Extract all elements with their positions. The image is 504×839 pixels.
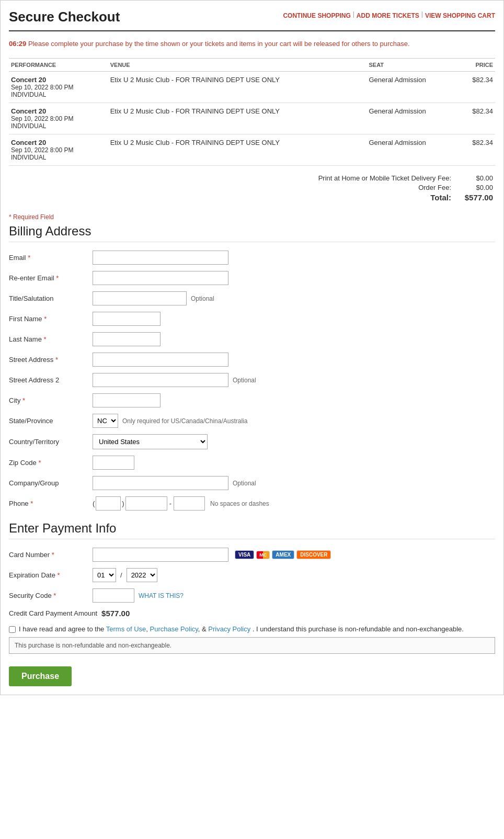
email-label: Email *	[9, 254, 93, 262]
re-email-field[interactable]	[93, 271, 228, 285]
city-field[interactable]	[93, 393, 161, 407]
title-optional: Optional	[191, 295, 214, 302]
expiry-year-select[interactable]: 202220232024202520262027	[127, 568, 157, 582]
delivery-fee-value: $0.00	[462, 174, 493, 182]
expiry-month-select[interactable]: 010203040506070809101112	[93, 568, 116, 582]
expiry-inputs: 010203040506070809101112 / 2022202320242…	[93, 568, 157, 582]
payment-section: Enter Payment Info Card Number * VISA MC…	[9, 521, 495, 686]
continue-shopping-link[interactable]: CONTINUE SHOPPING	[283, 12, 350, 19]
timer-notice: 06:29 Please complete your purchase by t…	[9, 37, 495, 51]
visa-icon: VISA	[235, 550, 254, 559]
mastercard-icon: MC	[256, 551, 270, 559]
expiry-label: Expiration Date *	[9, 571, 93, 579]
page-header: Secure Checkout CONTINUE SHOPPING | ADD …	[9, 9, 495, 31]
perf-type: INDIVIDUAL	[11, 91, 106, 98]
view-cart-link[interactable]: VIEW SHOPPING CART	[425, 12, 495, 19]
order-fee-label: Order Fee:	[418, 184, 451, 191]
timer-message: Please complete your purchase by the tim…	[28, 40, 410, 48]
page-title: Secure Checkout	[9, 9, 120, 25]
purchase-button[interactable]: Purchase	[9, 666, 72, 686]
agree-notice-box: This purchase is non-refundable and non-…	[9, 637, 495, 654]
email-group: Email *	[9, 251, 495, 265]
seat-cell: General Admission	[367, 103, 458, 134]
nav-separator-1: |	[353, 10, 354, 18]
billing-heading: Billing Address	[9, 224, 495, 242]
lastname-field[interactable]	[93, 332, 161, 346]
firstname-field[interactable]	[93, 312, 161, 326]
security-code-field[interactable]	[93, 588, 134, 603]
perf-name: Concert 20	[11, 76, 106, 84]
perf-type: INDIVIDUAL	[11, 154, 106, 161]
phone-main-field[interactable]	[125, 496, 167, 511]
street1-label: Street Address *	[9, 356, 93, 364]
email-field[interactable]	[93, 251, 228, 265]
zip-group: Zip Code *	[9, 456, 495, 470]
lastname-label: Last Name *	[9, 335, 93, 343]
price-cell: $82.34	[458, 103, 495, 134]
perf-name: Concert 20	[11, 139, 106, 146]
cc-amount-row: Credit Card Payment Amount $577.00	[9, 609, 495, 618]
card-number-field[interactable]	[93, 548, 228, 562]
venue-cell: Etix U 2 Music Club - FOR TRAINING DEPT …	[108, 134, 367, 166]
col-performance: PERFORMANCE	[9, 59, 108, 72]
phone-group: Phone * ( ) - No spaces or dashes	[9, 496, 495, 511]
phone-inputs: ( ) - No spaces or dashes	[93, 496, 269, 511]
card-number-group: Card Number * VISA MC AMEX DISCOVER	[9, 548, 495, 562]
state-group: State/Province NC CA NY TX Only required…	[9, 414, 495, 428]
lastname-group: Last Name *	[9, 332, 495, 346]
table-row: Concert 20 Sep 10, 2022 8:00 PM INDIVIDU…	[9, 72, 495, 103]
payment-heading: Enter Payment Info	[9, 521, 495, 539]
firstname-group: First Name *	[9, 312, 495, 326]
table-row: Concert 20 Sep 10, 2022 8:00 PM INDIVIDU…	[9, 103, 495, 134]
venue-cell: Etix U 2 Music Club - FOR TRAINING DEPT …	[108, 72, 367, 103]
security-inputs: WHAT IS THIS?	[93, 588, 184, 603]
company-group: Company/Group Optional	[9, 476, 495, 490]
terms-link[interactable]: Terms of Use	[106, 625, 146, 633]
city-group: City *	[9, 393, 495, 407]
zip-field[interactable]	[93, 456, 134, 470]
add-more-tickets-link[interactable]: ADD MORE TICKETS	[357, 12, 419, 19]
country-select[interactable]: United StatesCanadaUnited KingdomAustral…	[93, 434, 208, 449]
title-label: Title/Salutation	[9, 294, 93, 302]
perf-name: Concert 20	[11, 107, 106, 115]
zip-label: Zip Code *	[9, 459, 93, 467]
what-is-this-link[interactable]: WHAT IS THIS?	[139, 592, 184, 599]
street2-field[interactable]	[93, 373, 228, 387]
timer-display: 06:29	[9, 40, 26, 48]
country-label: Country/Territory	[9, 438, 93, 446]
price-cell: $82.34	[458, 134, 495, 166]
company-optional: Optional	[233, 480, 256, 487]
privacy-policy-link[interactable]: Privacy Policy	[208, 625, 250, 633]
state-label: State/Province	[9, 417, 93, 425]
company-field[interactable]	[93, 476, 228, 490]
city-label: City *	[9, 396, 93, 404]
purchase-policy-link[interactable]: Purchase Policy	[150, 625, 198, 633]
order-fee-value: $0.00	[462, 184, 493, 191]
re-email-label: Re-enter Email *	[9, 274, 93, 282]
phone-area-field[interactable]	[96, 496, 121, 511]
security-label: Security Code *	[9, 592, 93, 599]
header-nav: CONTINUE SHOPPING | ADD MORE TICKETS | V…	[283, 9, 495, 19]
country-group: Country/Territory United StatesCanadaUni…	[9, 434, 495, 449]
title-field[interactable]	[93, 291, 187, 305]
state-select[interactable]: NC CA NY TX	[93, 414, 118, 428]
street1-field[interactable]	[93, 353, 228, 367]
perf-date: Sep 10, 2022 8:00 PM	[11, 146, 106, 154]
fees-section: Print at Home or Mobile Ticket Delivery …	[9, 171, 495, 205]
col-venue: VENUE	[108, 59, 367, 72]
card-number-label: Card Number *	[9, 551, 93, 559]
seat-cell: General Admission	[367, 134, 458, 166]
phone-hint: No spaces or dashes	[210, 500, 269, 507]
table-row: Concert 20 Sep 10, 2022 8:00 PM INDIVIDU…	[9, 134, 495, 166]
venue-cell: Etix U 2 Music Club - FOR TRAINING DEPT …	[108, 103, 367, 134]
phone-ext-field[interactable]	[174, 496, 205, 511]
seat-cell: General Admission	[367, 72, 458, 103]
firstname-label: First Name *	[9, 315, 93, 323]
delivery-fee-label: Print at Home or Mobile Ticket Delivery …	[318, 174, 451, 182]
required-note: * Required Field	[9, 213, 495, 221]
security-group: Security Code * WHAT IS THIS?	[9, 588, 495, 603]
street2-group: Street Address 2 Optional	[9, 373, 495, 387]
agree-checkbox[interactable]	[9, 626, 16, 633]
agree-section: I have read and agree to the Terms of Us…	[9, 625, 495, 654]
street2-label: Street Address 2	[9, 376, 93, 384]
